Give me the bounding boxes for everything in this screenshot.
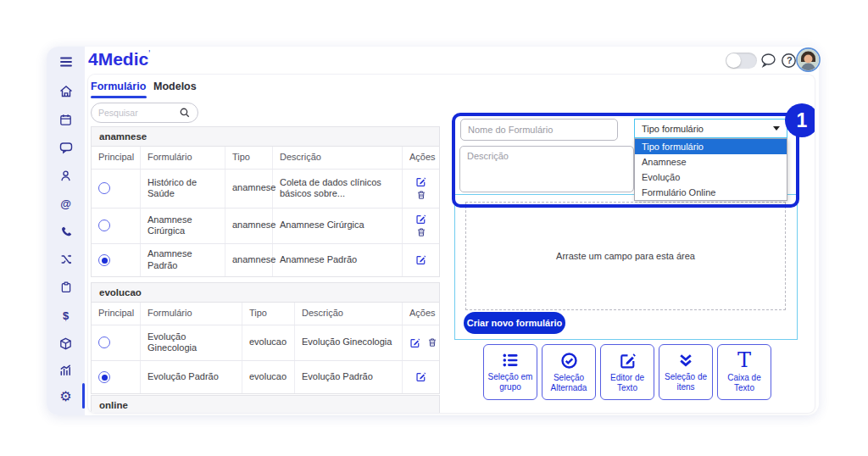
trash-icon (427, 337, 437, 348)
chat-icon (58, 140, 74, 155)
dropdown-option[interactable]: Formulário Online (635, 185, 787, 200)
create-form-button[interactable]: Criar novo formulário (464, 312, 565, 334)
principal-radio[interactable] (98, 336, 110, 348)
app-logo: 4Medic' (88, 49, 150, 70)
user-avatar[interactable] (795, 47, 821, 75)
form-description-cell: Anamnese Cirúrgica (273, 209, 403, 243)
form-description-cell: Evolução Padrão (295, 361, 403, 393)
form-type-cell: anamnese (225, 170, 273, 208)
dropdown-option[interactable]: Tipo formulário (635, 139, 787, 154)
sidebar-item-patients[interactable] (47, 164, 85, 186)
column-header: Principal (92, 303, 141, 325)
avatar-image (795, 47, 821, 73)
sidebar-item-settings[interactable]: ⚙ (47, 385, 85, 407)
column-header: Descrição (295, 303, 403, 325)
column-header: Tipo (242, 303, 295, 325)
sidebar-item-home[interactable] (47, 81, 85, 103)
form-name-cell: Histórico de Saúde (141, 170, 225, 208)
principal-radio[interactable] (98, 182, 110, 194)
logo-tick: ' (148, 49, 150, 58)
field-button-editor-de-texto[interactable]: Editor de Texto (600, 344, 654, 400)
column-header: Tipo (225, 147, 273, 169)
sidebar-item-referrals[interactable] (47, 248, 85, 270)
sidebar-item-clipboard[interactable] (47, 276, 85, 298)
sidebar: @ $ ⚙ (47, 47, 85, 415)
check-circle-icon (560, 352, 578, 370)
form-description-cell: Evolução Ginecologia (295, 325, 403, 360)
shuffle-icon (59, 253, 73, 266)
delete-button[interactable] (427, 337, 437, 348)
search-input[interactable] (98, 108, 179, 118)
field-button-label: Caixa de Texto (720, 373, 769, 393)
form-type-cell: anamnese (225, 244, 273, 276)
principal-radio-selected[interactable] (98, 371, 110, 383)
form-name-cell: Evolução Padrão (141, 361, 242, 393)
table-evolucao: evolucao Principal Formulário Tipo Descr… (91, 282, 440, 394)
delete-button[interactable] (416, 227, 426, 237)
column-header: Descrição (273, 147, 403, 169)
sidebar-item-reports[interactable] (47, 359, 85, 381)
principal-radio-selected[interactable] (98, 254, 110, 266)
home-icon (58, 84, 74, 99)
form-type-cell: anamnese (225, 209, 273, 243)
table-section-title: evolucao (92, 283, 439, 303)
messages-button[interactable] (759, 51, 778, 72)
sidebar-item-billing[interactable]: $ (47, 304, 85, 326)
dropdown-option[interactable]: Evolução (635, 170, 787, 185)
active-tab-underline (91, 96, 147, 98)
table-row: Anamnese Cirúrgica anamnese Anamnese Cir… (92, 209, 439, 244)
form-type-select-value: Tipo formulário (642, 124, 704, 134)
table-section-title: online (92, 396, 439, 413)
field-button-label: Seleção Alternada (544, 373, 593, 393)
tab-formulario[interactable]: Formulário (91, 81, 146, 92)
hamburger-menu-icon[interactable] (47, 51, 85, 73)
user-icon (58, 169, 73, 183)
dropdown-option[interactable]: Anamnese (635, 154, 787, 170)
theme-toggle[interactable] (726, 53, 757, 69)
form-type-select[interactable]: Tipo formulário (634, 119, 787, 138)
sidebar-item-email[interactable]: @ (47, 192, 85, 214)
package-icon (58, 336, 73, 351)
sidebar-item-calendar[interactable] (47, 108, 85, 131)
trash-icon (416, 227, 426, 237)
form-description-cell: Coleta de dados clínicos básicos sobre..… (273, 170, 403, 208)
edit-button[interactable] (415, 254, 426, 265)
active-section-indicator (82, 383, 85, 409)
form-description-textarea[interactable] (459, 146, 634, 192)
principal-radio[interactable] (98, 220, 110, 231)
form-name-cell: Anamnese Padrão (141, 244, 225, 276)
search-icon[interactable] (179, 107, 191, 119)
double-chevron-down-icon (676, 352, 695, 369)
form-name-cell: Anamnese Cirúrgica (141, 209, 225, 243)
delete-button[interactable] (416, 190, 426, 200)
phone-icon (59, 225, 73, 238)
edit-button[interactable] (415, 176, 426, 187)
field-button-selecao-em-grupo[interactable]: Seleção em grupo (483, 344, 537, 400)
form-name-input[interactable] (460, 119, 618, 141)
calendar-icon (58, 113, 73, 127)
annotation-badge: 1 (785, 103, 815, 137)
sidebar-item-phone[interactable] (47, 220, 85, 242)
table-anamnese: anamnese Principal Formulário Tipo Descr… (91, 126, 440, 277)
field-button-selecao-de-itens[interactable]: Seleção de itens (659, 344, 713, 400)
tab-modelos[interactable]: Modelos (153, 81, 197, 92)
help-question-mark: ? (787, 55, 793, 65)
form-type-cell: evolucao (242, 325, 295, 360)
text-icon: T (737, 351, 751, 370)
field-button-caixa-de-texto[interactable]: T Caixa de Texto (717, 344, 771, 400)
edit-button[interactable] (415, 214, 426, 225)
logo-bold: 4M (88, 49, 113, 69)
sidebar-item-chat[interactable] (47, 136, 85, 158)
table-header-row: Principal Formulário Tipo Descrição Açõe… (92, 147, 439, 170)
content-card: Formulário Modelos anamnese Principal Fo… (88, 75, 815, 413)
dollar-icon: $ (63, 309, 69, 322)
edit-button[interactable] (415, 371, 426, 382)
drag-drop-area[interactable]: Arraste um campo para esta área (465, 202, 786, 310)
table-header-row: Principal Formulário Tipo Descrição Açõe… (92, 303, 439, 325)
field-button-selecao-alternada[interactable]: Seleção Alternada (542, 344, 596, 400)
app-window: @ $ ⚙ 4Medic' ? (0, 0, 868, 456)
table-section-title: anamnese (92, 127, 439, 147)
edit-button[interactable] (409, 337, 420, 348)
sidebar-item-inventory[interactable] (47, 332, 85, 354)
table-row: Anamnese Padrão anamnese Anamnese Padrão (92, 244, 439, 276)
